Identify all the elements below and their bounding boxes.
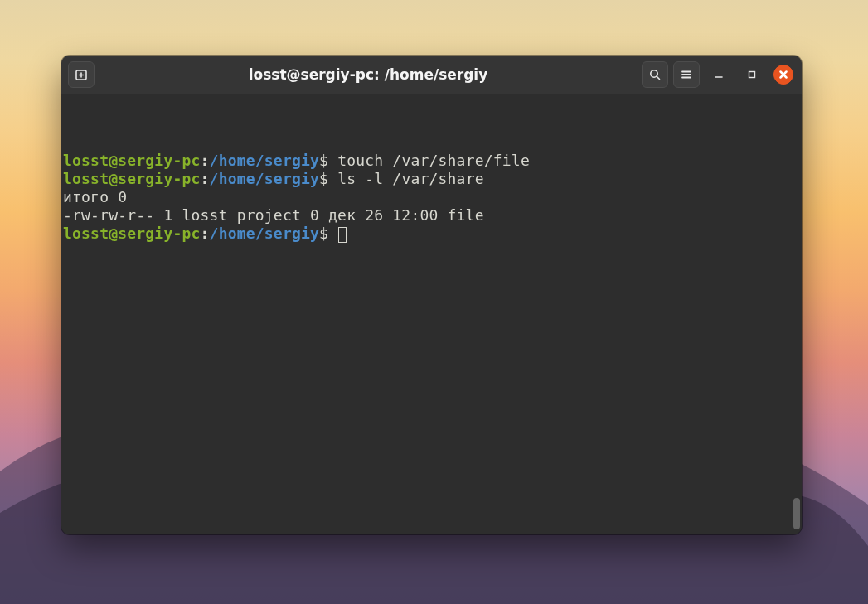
terminal-line: losst@sergiy-pc:/home/sergiy$ xyxy=(63,225,800,243)
prompt-separator: : xyxy=(201,225,210,242)
new-tab-button[interactable] xyxy=(68,61,95,88)
prompt-cwd: /home/sergiy xyxy=(210,170,319,187)
terminal-line: losst@sergiy-pc:/home/sergiy$ ls -l /var… xyxy=(63,170,800,188)
new-tab-icon xyxy=(75,68,88,81)
menu-button[interactable] xyxy=(673,61,700,88)
minimize-icon xyxy=(714,70,724,80)
close-button[interactable] xyxy=(773,65,793,85)
scrollbar-track[interactable] xyxy=(792,94,800,534)
svg-rect-9 xyxy=(749,72,755,78)
prompt-separator: : xyxy=(201,152,210,169)
prompt-user-host: losst@sergiy-pc xyxy=(63,152,201,169)
terminal-cursor xyxy=(338,227,347,243)
command-text: ls -l /var/share xyxy=(337,170,484,187)
prompt-symbol: $ xyxy=(319,170,337,187)
command-text: touch /var/share/file xyxy=(337,152,530,169)
search-button[interactable] xyxy=(642,61,668,88)
prompt-separator: : xyxy=(201,170,210,187)
terminal-viewport[interactable]: losst@sergiy-pc:/home/sergiy$ touch /var… xyxy=(61,94,802,534)
prompt-cwd: /home/sergiy xyxy=(210,152,319,169)
maximize-button[interactable] xyxy=(738,61,766,88)
minimize-button[interactable] xyxy=(705,61,733,88)
prompt-symbol: $ xyxy=(319,152,337,169)
scrollbar-thumb[interactable] xyxy=(793,498,800,529)
prompt-symbol: $ xyxy=(319,225,337,242)
terminal-line: итого 0 xyxy=(63,188,800,206)
hamburger-menu-icon xyxy=(680,68,693,81)
window-title: losst@sergiy-pc: /home/sergiy xyxy=(99,66,637,83)
search-icon xyxy=(648,68,662,81)
terminal-window: losst@sergiy-pc: /home/sergiy xyxy=(61,56,802,534)
prompt-cwd: /home/sergiy xyxy=(210,225,319,242)
svg-line-4 xyxy=(657,76,659,79)
window-titlebar[interactable]: losst@sergiy-pc: /home/sergiy xyxy=(61,56,802,94)
output-text: -rw-rw-r-- 1 losst project 0 дек 26 12:0… xyxy=(63,206,484,224)
output-text: итого 0 xyxy=(63,188,127,205)
terminal-line: -rw-rw-r-- 1 losst project 0 дек 26 12:0… xyxy=(63,206,800,225)
prompt-user-host: losst@sergiy-pc xyxy=(63,225,201,242)
prompt-user-host: losst@sergiy-pc xyxy=(63,170,201,187)
close-icon xyxy=(779,70,788,79)
terminal-line: losst@sergiy-pc:/home/sergiy$ touch /var… xyxy=(63,152,800,170)
maximize-icon xyxy=(747,70,757,80)
